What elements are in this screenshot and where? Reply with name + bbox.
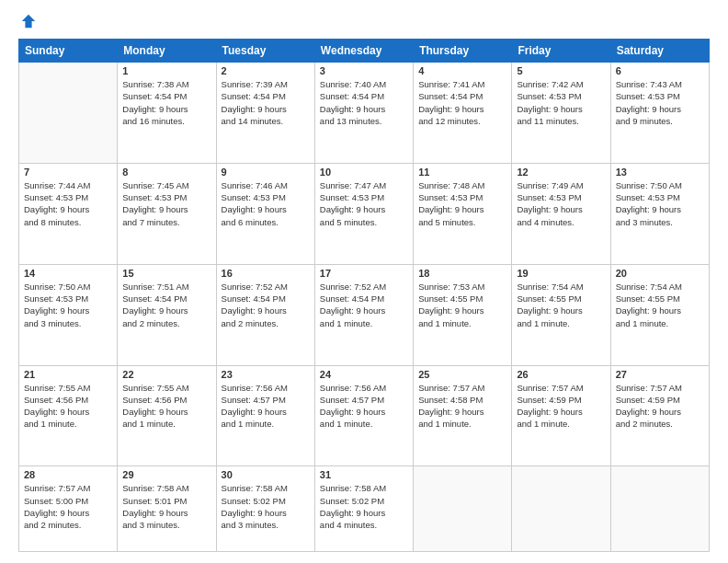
day-info: Sunrise: 7:40 AMSunset: 4:54 PMDaylight:… — [320, 78, 408, 127]
calendar-cell: 17Sunrise: 7:52 AMSunset: 4:54 PMDayligh… — [314, 264, 413, 365]
day-number: 27 — [616, 369, 704, 380]
calendar-cell: 28Sunrise: 7:57 AMSunset: 5:00 PMDayligh… — [19, 466, 118, 552]
day-number: 25 — [418, 369, 506, 380]
day-info: Sunrise: 7:51 AMSunset: 4:54 PMDaylight:… — [122, 281, 210, 329]
logo — [18, 17, 37, 29]
day-number: 23 — [222, 369, 310, 380]
logo-icon — [20, 13, 37, 29]
calendar-week-row: 21Sunrise: 7:55 AMSunset: 4:56 PMDayligh… — [19, 365, 710, 466]
day-number: 3 — [320, 65, 408, 76]
calendar-header-saturday: Saturday — [610, 40, 709, 63]
day-number: 1 — [122, 65, 210, 76]
day-number: 28 — [24, 469, 112, 480]
calendar-cell: 20Sunrise: 7:54 AMSunset: 4:55 PMDayligh… — [610, 264, 709, 365]
day-info: Sunrise: 7:45 AMSunset: 4:53 PMDaylight:… — [122, 179, 210, 228]
day-info: Sunrise: 7:54 AMSunset: 4:55 PMDaylight:… — [616, 281, 704, 329]
day-info: Sunrise: 7:57 AMSunset: 5:00 PMDaylight:… — [24, 482, 112, 531]
calendar-cell: 11Sunrise: 7:48 AMSunset: 4:53 PMDayligh… — [414, 163, 512, 264]
day-info: Sunrise: 7:56 AMSunset: 4:57 PMDaylight:… — [222, 382, 310, 431]
calendar-cell — [610, 466, 709, 552]
day-info: Sunrise: 7:50 AMSunset: 4:53 PMDaylight:… — [616, 179, 704, 228]
day-number: 9 — [222, 167, 310, 178]
calendar-cell: 15Sunrise: 7:51 AMSunset: 4:54 PMDayligh… — [118, 264, 216, 365]
calendar-cell: 1Sunrise: 7:38 AMSunset: 4:54 PMDaylight… — [118, 63, 216, 164]
day-number: 22 — [122, 369, 210, 380]
day-number: 31 — [320, 469, 408, 480]
day-number: 29 — [122, 469, 210, 480]
calendar-header-sunday: Sunday — [19, 40, 118, 63]
day-number: 19 — [517, 268, 605, 279]
calendar-cell — [512, 466, 610, 552]
calendar-header-monday: Monday — [118, 40, 216, 63]
day-number: 21 — [24, 369, 112, 380]
day-info: Sunrise: 7:57 AMSunset: 4:59 PMDaylight:… — [517, 382, 605, 431]
day-info: Sunrise: 7:57 AMSunset: 4:58 PMDaylight:… — [418, 382, 506, 431]
day-number: 30 — [222, 469, 310, 480]
day-number: 6 — [616, 65, 704, 76]
calendar-cell: 16Sunrise: 7:52 AMSunset: 4:54 PMDayligh… — [216, 264, 314, 365]
day-number: 8 — [122, 167, 210, 178]
calendar-week-row: 14Sunrise: 7:50 AMSunset: 4:53 PMDayligh… — [19, 264, 710, 365]
day-number: 10 — [320, 167, 408, 178]
calendar-cell: 10Sunrise: 7:47 AMSunset: 4:53 PMDayligh… — [314, 163, 413, 264]
header — [18, 17, 710, 29]
page: SundayMondayTuesdayWednesdayThursdayFrid… — [0, 0, 728, 563]
calendar-cell: 3Sunrise: 7:40 AMSunset: 4:54 PMDaylight… — [314, 63, 413, 164]
day-info: Sunrise: 7:52 AMSunset: 4:54 PMDaylight:… — [320, 281, 408, 329]
calendar-header-friday: Friday — [512, 40, 610, 63]
day-number: 7 — [24, 167, 112, 178]
calendar-cell: 2Sunrise: 7:39 AMSunset: 4:54 PMDaylight… — [216, 63, 314, 164]
calendar-cell: 26Sunrise: 7:57 AMSunset: 4:59 PMDayligh… — [512, 365, 610, 466]
day-info: Sunrise: 7:46 AMSunset: 4:53 PMDaylight:… — [222, 179, 310, 228]
calendar-cell: 31Sunrise: 7:58 AMSunset: 5:02 PMDayligh… — [314, 466, 413, 552]
day-info: Sunrise: 7:49 AMSunset: 4:53 PMDaylight:… — [517, 179, 605, 228]
day-info: Sunrise: 7:42 AMSunset: 4:53 PMDaylight:… — [517, 78, 605, 127]
calendar-header-thursday: Thursday — [414, 40, 512, 63]
day-info: Sunrise: 7:41 AMSunset: 4:54 PMDaylight:… — [418, 78, 506, 127]
day-number: 12 — [517, 167, 605, 178]
calendar-cell: 29Sunrise: 7:58 AMSunset: 5:01 PMDayligh… — [118, 466, 216, 552]
day-info: Sunrise: 7:55 AMSunset: 4:56 PMDaylight:… — [122, 382, 210, 431]
calendar-cell: 24Sunrise: 7:56 AMSunset: 4:57 PMDayligh… — [314, 365, 413, 466]
day-info: Sunrise: 7:58 AMSunset: 5:02 PMDaylight:… — [320, 482, 408, 531]
day-info: Sunrise: 7:53 AMSunset: 4:55 PMDaylight:… — [418, 281, 506, 329]
day-number: 15 — [122, 268, 210, 279]
day-number: 20 — [616, 268, 704, 279]
calendar-cell: 5Sunrise: 7:42 AMSunset: 4:53 PMDaylight… — [512, 63, 610, 164]
calendar-cell: 4Sunrise: 7:41 AMSunset: 4:54 PMDaylight… — [414, 63, 512, 164]
day-number: 13 — [616, 167, 704, 178]
calendar-cell: 13Sunrise: 7:50 AMSunset: 4:53 PMDayligh… — [610, 163, 709, 264]
calendar-header-tuesday: Tuesday — [216, 40, 314, 63]
day-info: Sunrise: 7:54 AMSunset: 4:55 PMDaylight:… — [517, 281, 605, 329]
day-info: Sunrise: 7:52 AMSunset: 4:54 PMDaylight:… — [222, 281, 310, 329]
day-number: 2 — [222, 65, 310, 76]
day-info: Sunrise: 7:39 AMSunset: 4:54 PMDaylight:… — [222, 78, 310, 127]
day-number: 16 — [222, 268, 310, 279]
calendar-cell: 18Sunrise: 7:53 AMSunset: 4:55 PMDayligh… — [414, 264, 512, 365]
day-number: 5 — [517, 65, 605, 76]
calendar-cell — [414, 466, 512, 552]
day-number: 26 — [517, 369, 605, 380]
calendar-week-row: 7Sunrise: 7:44 AMSunset: 4:53 PMDaylight… — [19, 163, 710, 264]
day-info: Sunrise: 7:44 AMSunset: 4:53 PMDaylight:… — [24, 179, 112, 228]
calendar-cell: 23Sunrise: 7:56 AMSunset: 4:57 PMDayligh… — [216, 365, 314, 466]
calendar-header-row: SundayMondayTuesdayWednesdayThursdayFrid… — [19, 40, 710, 63]
calendar-cell: 12Sunrise: 7:49 AMSunset: 4:53 PMDayligh… — [512, 163, 610, 264]
calendar-cell: 9Sunrise: 7:46 AMSunset: 4:53 PMDaylight… — [216, 163, 314, 264]
day-info: Sunrise: 7:47 AMSunset: 4:53 PMDaylight:… — [320, 179, 408, 228]
calendar-cell: 7Sunrise: 7:44 AMSunset: 4:53 PMDaylight… — [19, 163, 118, 264]
calendar-cell: 19Sunrise: 7:54 AMSunset: 4:55 PMDayligh… — [512, 264, 610, 365]
day-info: Sunrise: 7:58 AMSunset: 5:02 PMDaylight:… — [222, 482, 310, 531]
calendar-cell: 27Sunrise: 7:57 AMSunset: 4:59 PMDayligh… — [610, 365, 709, 466]
day-info: Sunrise: 7:50 AMSunset: 4:53 PMDaylight:… — [24, 281, 112, 329]
calendar-cell: 6Sunrise: 7:43 AMSunset: 4:53 PMDaylight… — [610, 63, 709, 164]
day-info: Sunrise: 7:57 AMSunset: 4:59 PMDaylight:… — [616, 382, 704, 431]
calendar-header-wednesday: Wednesday — [314, 40, 413, 63]
calendar-cell: 14Sunrise: 7:50 AMSunset: 4:53 PMDayligh… — [19, 264, 118, 365]
day-number: 14 — [24, 268, 112, 279]
calendar-cell: 30Sunrise: 7:58 AMSunset: 5:02 PMDayligh… — [216, 466, 314, 552]
calendar-cell — [19, 63, 118, 164]
calendar-cell: 21Sunrise: 7:55 AMSunset: 4:56 PMDayligh… — [19, 365, 118, 466]
day-info: Sunrise: 7:56 AMSunset: 4:57 PMDaylight:… — [320, 382, 408, 431]
day-info: Sunrise: 7:55 AMSunset: 4:56 PMDaylight:… — [24, 382, 112, 431]
